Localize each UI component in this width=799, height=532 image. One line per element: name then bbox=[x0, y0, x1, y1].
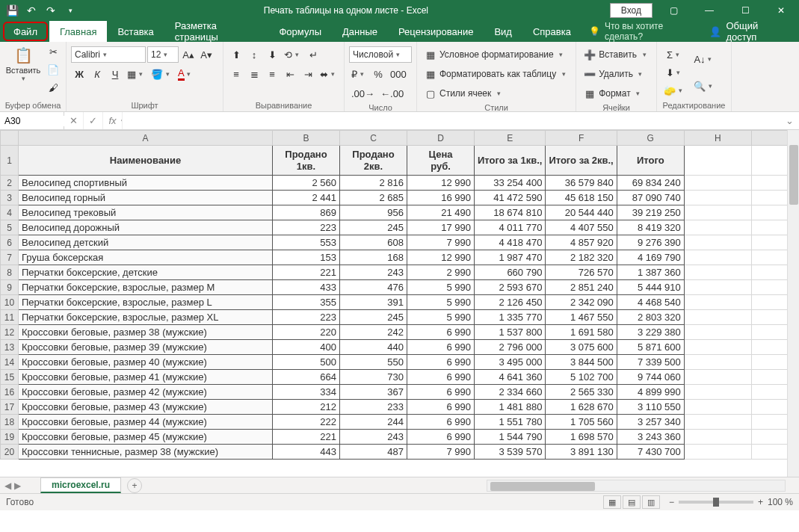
cell[interactable]: 1 544 790 bbox=[475, 430, 546, 445]
cancel-formula-icon[interactable]: ✕ bbox=[64, 112, 84, 129]
cell[interactable] bbox=[684, 310, 751, 325]
row-header[interactable]: 6 bbox=[1, 235, 19, 250]
cell[interactable]: 3 229 380 bbox=[617, 325, 684, 340]
close-icon[interactable]: ✕ bbox=[766, 0, 796, 21]
cell[interactable] bbox=[684, 445, 751, 460]
cell[interactable]: 36 579 840 bbox=[546, 176, 617, 191]
cell[interactable]: 4 899 990 bbox=[617, 385, 684, 400]
sort-filter-icon[interactable]: A↓▾ bbox=[691, 46, 717, 72]
cell[interactable]: Кроссовки теннисные, размер 38 (мужские) bbox=[19, 445, 273, 460]
view-pagebreak-icon[interactable]: ▥ bbox=[642, 495, 660, 509]
cell[interactable]: 4 641 360 bbox=[475, 370, 546, 385]
row-header[interactable]: 16 bbox=[1, 385, 19, 400]
view-layout-icon[interactable]: ▤ bbox=[623, 495, 641, 509]
zoom-slider[interactable] bbox=[679, 501, 753, 504]
cell[interactable]: Перчатки боксерские, взрослые, размер L bbox=[19, 295, 273, 310]
cell[interactable]: 355 bbox=[273, 295, 340, 310]
col-header[interactable]: H bbox=[684, 131, 751, 146]
table-header-cell[interactable]: Наименование bbox=[19, 146, 273, 176]
cell[interactable]: 5 871 600 bbox=[617, 340, 684, 355]
cell[interactable]: Велосипед горный bbox=[19, 191, 273, 205]
cell[interactable]: 17 990 bbox=[407, 220, 475, 235]
tab-help[interactable]: Справка bbox=[522, 21, 581, 42]
table-header-cell[interactable]: Ценаруб. bbox=[407, 146, 475, 176]
cell[interactable]: 7 430 700 bbox=[617, 445, 684, 460]
cell[interactable]: 5 444 910 bbox=[617, 280, 684, 295]
cell[interactable]: 223 bbox=[273, 310, 340, 325]
cell[interactable]: 3 844 500 bbox=[546, 355, 617, 370]
view-normal-icon[interactable]: ▦ bbox=[603, 495, 621, 509]
cell[interactable]: 4 407 550 bbox=[546, 220, 617, 235]
cell[interactable]: Кроссовки беговые, размер 44 (мужские) bbox=[19, 415, 273, 430]
paste-button[interactable]: 📋 Вставить ▾ bbox=[4, 43, 42, 84]
cell[interactable]: 87 090 740 bbox=[617, 191, 684, 205]
cell[interactable]: 2 593 670 bbox=[475, 280, 546, 295]
cell[interactable] bbox=[684, 295, 751, 310]
cell[interactable]: 730 bbox=[340, 370, 407, 385]
next-sheet-icon[interactable]: ▶ bbox=[14, 480, 21, 491]
cell[interactable]: 220 bbox=[273, 325, 340, 340]
row-header[interactable]: 20 bbox=[1, 445, 19, 460]
cell[interactable]: 3 495 000 bbox=[475, 355, 546, 370]
italic-button[interactable]: К bbox=[89, 66, 105, 82]
qat-dropdown-icon[interactable]: ▾ bbox=[63, 3, 78, 18]
cell[interactable]: 39 219 250 bbox=[617, 205, 684, 220]
scrollbar-thumb[interactable] bbox=[490, 482, 595, 491]
number-format-select[interactable]: Числовой▾ bbox=[349, 46, 412, 63]
cell[interactable]: 1 335 770 bbox=[475, 310, 546, 325]
cell[interactable] bbox=[684, 250, 751, 265]
cell[interactable] bbox=[684, 415, 751, 430]
cell[interactable]: 242 bbox=[340, 325, 407, 340]
cell[interactable]: Велосипед спортивный bbox=[19, 176, 273, 191]
cell[interactable]: 2 816 bbox=[340, 176, 407, 191]
cell[interactable]: 233 bbox=[340, 400, 407, 415]
cell[interactable]: 6 990 bbox=[407, 340, 475, 355]
cell[interactable]: 2 796 000 bbox=[475, 340, 546, 355]
format-cells-button[interactable]: ▦Формат ▾ bbox=[581, 85, 646, 102]
cell[interactable]: 487 bbox=[340, 445, 407, 460]
row-header[interactable]: 19 bbox=[1, 430, 19, 445]
cell[interactable] bbox=[684, 355, 751, 370]
cell[interactable]: 221 bbox=[273, 430, 340, 445]
cell[interactable] bbox=[684, 191, 751, 205]
cell[interactable]: 33 254 400 bbox=[475, 176, 546, 191]
bold-button[interactable]: Ж bbox=[71, 66, 87, 82]
cell[interactable]: Кроссовки беговые, размер 43 (мужские) bbox=[19, 400, 273, 415]
scrollbar-thumb[interactable] bbox=[789, 145, 798, 205]
enter-formula-icon[interactable]: ✓ bbox=[84, 112, 103, 129]
cell[interactable]: 221 bbox=[273, 265, 340, 280]
zoom-level[interactable]: 100 % bbox=[768, 497, 793, 507]
cell[interactable]: Велосипед детский bbox=[19, 235, 273, 250]
fill-color-button[interactable]: 🪣▾ bbox=[149, 66, 174, 82]
decrease-decimal-icon[interactable]: ←.00 bbox=[378, 85, 406, 102]
border-button[interactable]: ▦▾ bbox=[125, 66, 147, 82]
row-header[interactable]: 12 bbox=[1, 325, 19, 340]
tab-insert[interactable]: Вставка bbox=[107, 21, 164, 42]
tab-data[interactable]: Данные bbox=[332, 21, 388, 42]
cell[interactable]: 334 bbox=[273, 385, 340, 400]
cell[interactable]: 222 bbox=[273, 415, 340, 430]
format-table-button[interactable]: ▦Форматировать как таблицу ▾ bbox=[422, 66, 571, 82]
cell[interactable] bbox=[684, 235, 751, 250]
cell[interactable]: 2 990 bbox=[407, 265, 475, 280]
cell[interactable]: Груша боксерская bbox=[19, 250, 273, 265]
percent-icon[interactable]: % bbox=[370, 66, 386, 82]
cell[interactable]: 21 490 bbox=[407, 205, 475, 220]
align-left-icon[interactable]: ≡ bbox=[228, 66, 244, 82]
align-right-icon[interactable]: ≡ bbox=[264, 66, 280, 82]
cell[interactable]: 244 bbox=[340, 415, 407, 430]
cell[interactable]: 1 481 880 bbox=[475, 400, 546, 415]
cell[interactable]: 3 257 340 bbox=[617, 415, 684, 430]
cell[interactable]: 1 387 360 bbox=[617, 265, 684, 280]
cell[interactable]: 2 565 330 bbox=[546, 385, 617, 400]
sheet-tab-active[interactable]: microexcel.ru bbox=[40, 477, 121, 493]
minimize-icon[interactable]: — bbox=[694, 0, 724, 21]
horizontal-scrollbar[interactable] bbox=[487, 480, 786, 492]
increase-indent-icon[interactable]: ⇥ bbox=[300, 66, 316, 82]
autosum-icon[interactable]: Σ▾ bbox=[661, 46, 687, 63]
add-sheet-button[interactable]: + bbox=[127, 478, 142, 493]
underline-button[interactable]: Ч bbox=[107, 66, 123, 82]
row-header[interactable]: 5 bbox=[1, 220, 19, 235]
login-button[interactable]: Вход bbox=[610, 3, 653, 18]
font-color-button[interactable]: A▾ bbox=[176, 66, 196, 82]
